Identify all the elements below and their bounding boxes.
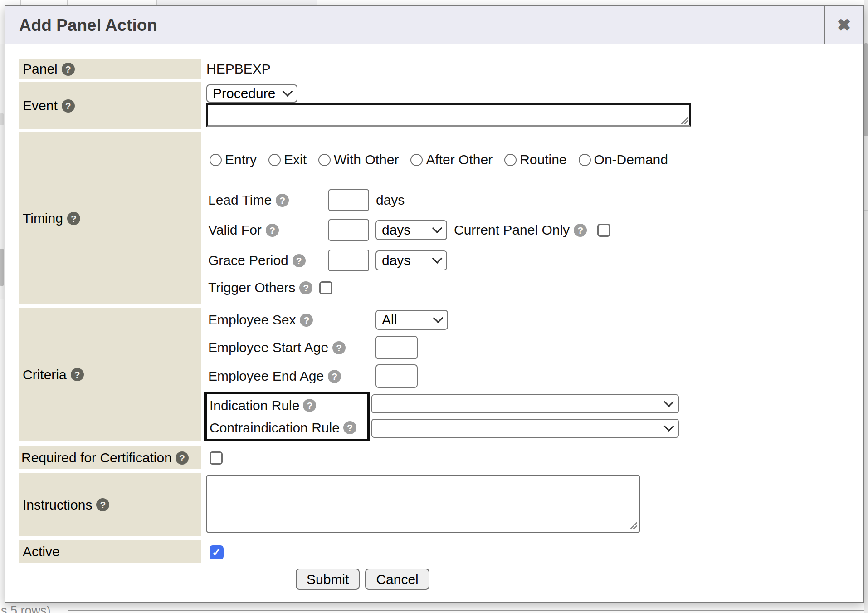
valid-for-label: Valid For (208, 222, 262, 238)
radio-routine[interactable] (504, 154, 517, 166)
employee-start-age-input[interactable] (375, 336, 418, 359)
chevron-down-icon (664, 421, 674, 432)
help-icon[interactable]: ? (332, 341, 346, 354)
help-icon[interactable]: ? (303, 399, 316, 412)
valid-for-row: Valid For ? days Current Panel Only ? ✓ (208, 219, 610, 241)
lead-time-unit: days (376, 192, 405, 208)
radio-on-demand[interactable] (579, 154, 591, 166)
help-icon[interactable]: ? (96, 498, 109, 511)
help-icon[interactable]: ? (328, 370, 341, 383)
timing-label: Timing (23, 211, 63, 226)
close-icon: ✖ (837, 17, 851, 34)
page: s 5 rows) Add Panel Action ✖ Panel ? Eve… (0, 0, 868, 613)
radio-option-with-other: With Other (318, 152, 399, 167)
dialog-title: Add Panel Action (19, 6, 157, 44)
event-search-box (206, 103, 691, 127)
instructions-label-cell: Instructions ? (19, 473, 201, 536)
required-for-certification-label: Required for Certification (21, 450, 172, 466)
submit-button[interactable]: Submit (296, 569, 360, 590)
required-for-certification-row: ✓ (210, 450, 223, 466)
radio-option-entry: Entry (210, 152, 257, 167)
help-icon[interactable]: ? (293, 254, 306, 267)
required-for-certification-checkbox[interactable]: ✓ (210, 451, 223, 465)
event-label: Event (23, 98, 58, 113)
event-label-cell: Event ? (19, 82, 201, 129)
radio-exit-label: Exit (284, 152, 307, 167)
current-panel-only-checkbox[interactable]: ✓ (597, 224, 610, 237)
radio-routine-label: Routine (520, 152, 566, 167)
lead-time-label: Lead Time (208, 192, 272, 208)
panel-label-cell: Panel ? (19, 59, 201, 79)
add-panel-action-dialog: Add Panel Action ✖ Panel ? Event ? Timin… (5, 5, 864, 603)
help-icon[interactable]: ? (343, 421, 356, 434)
help-icon[interactable]: ? (266, 224, 279, 237)
contraindication-rule-select[interactable] (371, 419, 679, 438)
grace-period-input[interactable] (328, 250, 369, 271)
radio-option-exit: Exit (268, 152, 307, 167)
contraindication-rule-label: Contraindication Rule (210, 420, 340, 436)
active-row: ✓ (210, 544, 224, 560)
employee-end-age-row: Employee End Age ? (208, 364, 418, 388)
background-table-border (68, 610, 864, 611)
valid-for-input[interactable] (328, 219, 369, 241)
radio-with-other[interactable] (318, 154, 331, 166)
help-icon[interactable]: ? (299, 281, 312, 294)
contraindication-rule-label-row: Contraindication Rule ? (210, 420, 367, 436)
background-left-smudge (0, 249, 4, 286)
help-icon[interactable]: ? (62, 63, 75, 76)
timing-radio-group: Entry Exit With Other After Other Routin… (210, 151, 680, 169)
event-type-select[interactable]: Procedure (206, 84, 297, 103)
cancel-button[interactable]: Cancel (365, 569, 429, 590)
instructions-textarea[interactable] (206, 475, 640, 533)
timing-label-cell: Timing ? (19, 132, 201, 304)
lead-time-input[interactable] (328, 189, 369, 211)
background-divider (864, 210, 868, 211)
instructions-textarea-wrap (206, 475, 640, 533)
scrollbar-thumb[interactable] (864, 43, 868, 136)
chevron-down-icon (283, 86, 293, 97)
valid-for-unit-select[interactable]: days (375, 220, 447, 240)
rule-labels-highlight-box: Indication Rule ? Contraindication Rule … (204, 392, 370, 441)
help-icon[interactable]: ? (71, 368, 84, 381)
employee-sex-label: Employee Sex (208, 312, 296, 328)
help-icon[interactable]: ? (176, 451, 189, 465)
trigger-others-label: Trigger Others (208, 280, 295, 295)
indication-rule-select[interactable] (371, 394, 679, 413)
chevron-down-icon (433, 313, 444, 323)
criteria-label: Criteria (23, 367, 67, 383)
event-search-input[interactable] (208, 105, 689, 125)
panel-value: HEPBEXP (206, 61, 271, 77)
employee-end-age-input[interactable] (375, 364, 418, 388)
background-left-smudge (0, 113, 4, 125)
active-label-cell: Active (19, 540, 201, 563)
indication-rule-label: Indication Rule (210, 398, 299, 413)
radio-entry[interactable] (210, 154, 222, 166)
chevron-down-icon (664, 397, 674, 407)
current-panel-only-label: Current Panel Only (454, 222, 570, 238)
chevron-down-icon (432, 223, 443, 233)
background-divider (864, 142, 868, 142)
help-icon[interactable]: ? (67, 212, 80, 225)
radio-exit[interactable] (268, 154, 281, 166)
panel-label: Panel (23, 61, 58, 77)
event-type-selected: Procedure (213, 86, 275, 101)
radio-option-on-demand: On-Demand (579, 152, 668, 167)
chevron-down-icon (432, 253, 443, 264)
indication-rule-select-wrap (371, 394, 679, 413)
radio-after-other[interactable] (410, 154, 423, 166)
required-for-certification-label-cell: Required for Certification ? (19, 446, 201, 469)
active-checkbox[interactable]: ✓ (210, 545, 224, 559)
help-icon[interactable]: ? (574, 224, 587, 237)
help-icon[interactable]: ? (300, 314, 313, 327)
radio-option-after-other: After Other (410, 152, 493, 167)
help-icon[interactable]: ? (62, 99, 75, 113)
employee-sex-select[interactable]: All (375, 310, 448, 330)
criteria-label-cell: Criteria ? (19, 308, 201, 441)
close-button[interactable]: ✖ (824, 6, 863, 44)
indication-rule-label-row: Indication Rule ? (210, 398, 367, 413)
help-icon[interactable]: ? (276, 194, 289, 207)
panel-value-row: HEPBEXP (206, 59, 271, 79)
trigger-others-checkbox[interactable]: ✓ (319, 281, 332, 294)
contraindication-rule-select-wrap (371, 419, 679, 438)
grace-period-unit-select[interactable]: days (375, 250, 447, 270)
